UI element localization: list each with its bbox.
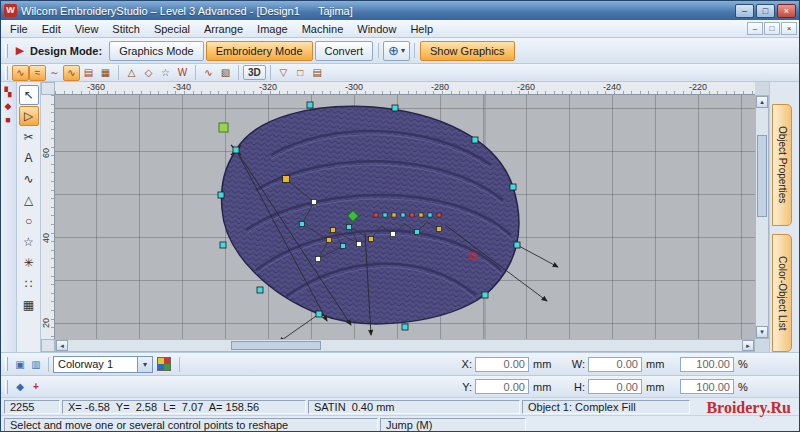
ruler-label: -220 xyxy=(689,82,707,92)
mdi-close-button[interactable]: × xyxy=(781,22,797,35)
title-bar: W Wilcom EmbroideryStudio – Level 3 Adva… xyxy=(1,1,799,20)
left-dock-rail: ▚ ◆ ■ xyxy=(1,82,17,352)
watermark-text: Broidery.Ru xyxy=(681,399,791,417)
graphics-mode-button[interactable]: Graphics Mode xyxy=(109,41,204,61)
ruler-label: 60 xyxy=(41,148,51,158)
scroll-right-icon[interactable]: ▸ xyxy=(742,340,754,351)
y-unit: mm xyxy=(529,381,555,393)
horizontal-scroll-thumb[interactable] xyxy=(231,341,322,350)
select-tool[interactable]: ↖ xyxy=(19,85,39,105)
menu-window[interactable]: Window xyxy=(350,22,403,36)
maximize-button[interactable]: □ xyxy=(756,4,775,18)
hint-bar: Select and move one or several control p… xyxy=(1,415,799,432)
star-fill-icon[interactable]: ☆ xyxy=(157,65,174,81)
ruler-label: -260 xyxy=(517,82,535,92)
toolbar-grip[interactable] xyxy=(5,66,8,80)
align-icon[interactable]: ◆ xyxy=(12,379,28,394)
pattern-fill-icon[interactable]: ▦ xyxy=(97,65,114,81)
menu-view[interactable]: View xyxy=(68,22,106,36)
run-stitch-icon[interactable]: ∿ xyxy=(12,65,29,81)
manual-stitch-tool[interactable]: ∷ xyxy=(19,274,39,294)
run-tool[interactable]: ∿ xyxy=(19,169,39,189)
menu-edit[interactable]: Edit xyxy=(35,22,68,36)
horizontal-ruler: -360 -340 -320 -300 -280 -260 -240 -220 xyxy=(55,82,755,95)
toolbar-grip[interactable] xyxy=(5,357,8,371)
convert-button[interactable]: Convert xyxy=(315,41,374,61)
menu-file[interactable]: File xyxy=(3,22,35,36)
fill-tool[interactable]: ▦ xyxy=(19,295,39,315)
w-unit: mm xyxy=(642,358,668,370)
scale-y-field[interactable]: 100.00 xyxy=(680,379,734,394)
menu-help[interactable]: Help xyxy=(403,22,440,36)
texture-fill-icon[interactable]: ▧ xyxy=(217,65,234,81)
menu-machine[interactable]: Machine xyxy=(295,22,351,36)
tatami-fill-icon[interactable]: ▤ xyxy=(80,65,97,81)
stitch-list-icon[interactable]: ◆ xyxy=(1,99,15,113)
menu-arrange[interactable]: Arrange xyxy=(197,22,250,36)
knife-tool[interactable]: ✂ xyxy=(19,127,39,147)
show-graphics-button[interactable]: Show Graphics xyxy=(420,41,515,61)
ruler-corner xyxy=(41,339,55,352)
transform-toolbar: ◆ + Y: 0.00 mm H: 0.00 mm 100.00 % xyxy=(1,375,799,397)
overview-window-icon[interactable]: ■ xyxy=(1,113,15,127)
triple-run-icon[interactable]: ∼ xyxy=(46,65,63,81)
contour-shape-icon[interactable]: △ xyxy=(123,65,140,81)
chevron-down-icon[interactable]: ▾ xyxy=(137,357,152,372)
y-label: Y: xyxy=(454,381,472,393)
star-tool[interactable]: ☆ xyxy=(19,232,39,252)
vertical-ruler: 60 40 20 xyxy=(41,95,55,339)
horizontal-scrollbar[interactable]: ◂ ▸ xyxy=(55,339,755,352)
grid-view-icon[interactable]: ▤ xyxy=(309,65,326,81)
satin-stitch-icon[interactable]: ≈ xyxy=(29,65,46,81)
closed-shape-tool[interactable]: △ xyxy=(19,190,39,210)
scroll-left-icon[interactable]: ◂ xyxy=(56,340,68,351)
motif-run-icon[interactable]: ∿ xyxy=(63,65,80,81)
w-field[interactable]: 0.00 xyxy=(588,357,642,372)
toolbar-grip[interactable] xyxy=(5,44,8,58)
toolbar-grip[interactable] xyxy=(5,380,8,394)
reshape-tool[interactable]: ▷ xyxy=(19,106,39,126)
scroll-down-icon[interactable]: ▾ xyxy=(756,326,768,338)
scroll-up-icon[interactable]: ▴ xyxy=(756,96,768,108)
design-window-icon[interactable]: ▣ xyxy=(12,357,28,372)
lettering-tool[interactable]: A xyxy=(19,148,39,168)
scale-x-field[interactable]: 100.00 xyxy=(680,357,734,372)
colorway-select[interactable]: Colorway 1 ▾ xyxy=(53,356,153,373)
minimize-button[interactable]: – xyxy=(735,4,754,18)
colorway-value: Colorway 1 xyxy=(54,358,137,370)
zigzag-effect-icon[interactable]: ∿ xyxy=(200,65,217,81)
menu-special[interactable]: Special xyxy=(147,22,197,36)
hoop-view-icon[interactable]: □ xyxy=(292,65,309,81)
close-button[interactable]: × xyxy=(777,4,796,18)
stitch-player-icon[interactable]: ▶ xyxy=(12,44,28,57)
3d-view-button[interactable]: 3D xyxy=(243,65,266,80)
embroidery-mode-button[interactable]: Embroidery Mode xyxy=(206,41,313,61)
add-color-icon[interactable]: + xyxy=(28,379,44,394)
ruler-label: -300 xyxy=(345,82,363,92)
motif-tool[interactable]: ✳ xyxy=(19,253,39,273)
colorway-palette-icon[interactable] xyxy=(157,357,171,371)
y-field[interactable]: 0.00 xyxy=(475,379,529,394)
menu-bar: File Edit View Stitch Special Arrange Im… xyxy=(1,20,799,38)
background-color-icon[interactable]: ▥ xyxy=(28,357,44,372)
tab-color-object-list[interactable]: Color-Object List xyxy=(772,234,792,352)
stitch-toolbar: ∿ ≈ ∼ ∿ ▤ ▦ △ ◇ ☆ W ∿ ▧ 3D ▽ □ ▤ xyxy=(1,64,799,82)
slow-redraw-icon[interactable]: ▚ xyxy=(1,85,15,99)
menu-image[interactable]: Image xyxy=(250,22,295,36)
mdi-restore-button[interactable]: □ xyxy=(764,22,780,35)
outline-view-icon[interactable]: ▽ xyxy=(275,65,292,81)
mdi-minimize-button[interactable]: – xyxy=(747,22,763,35)
vertical-scroll-thumb[interactable] xyxy=(757,135,767,217)
hoop-globe-button[interactable]: ⊕ ▾ xyxy=(383,41,410,61)
circle-tool[interactable]: ○ xyxy=(19,211,39,231)
h-field[interactable]: 0.00 xyxy=(588,379,642,394)
design-canvas[interactable] xyxy=(55,95,755,339)
x-field[interactable]: 0.00 xyxy=(475,357,529,372)
menu-stitch[interactable]: Stitch xyxy=(105,22,147,36)
tab-object-properties[interactable]: Object Properties xyxy=(772,104,792,226)
diamond-shape-icon[interactable]: ◇ xyxy=(140,65,157,81)
wave-effect-icon[interactable]: W xyxy=(174,65,191,81)
mode-toolbar: ▶ Design Mode: Graphics Mode Embroidery … xyxy=(1,38,799,64)
vertical-scrollbar[interactable]: ▴ ▾ xyxy=(755,95,769,339)
wilcom-logo-icon: W xyxy=(4,4,17,17)
